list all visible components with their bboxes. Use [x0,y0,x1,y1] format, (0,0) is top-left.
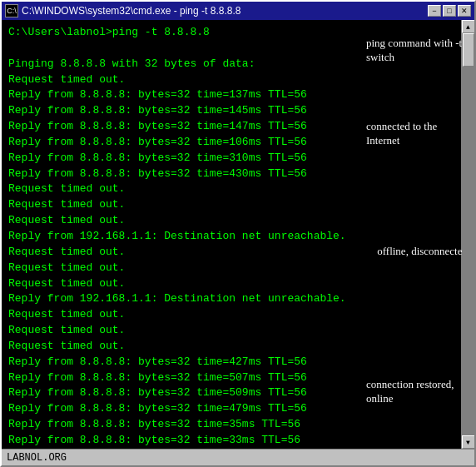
scrollbar-thumb[interactable] [463,33,474,67]
title-bar: C:\ C:\WINDOWS\system32\cmd.exe - ping -… [2,2,474,20]
cmd-window: C:\ C:\WINDOWS\system32\cmd.exe - ping -… [0,0,476,467]
scrollbar-down-button[interactable]: ▼ [462,435,475,449]
scrollbar-up-button[interactable]: ▲ [462,20,475,33]
cmd-icon: C:\ [5,4,18,17]
status-bar: LABNOL.ORG [2,449,474,465]
title-buttons: − □ ✕ [428,5,471,17]
terminal-wrapper: C:\Users\labnol>ping -t 8.8.8.8 Pinging … [2,20,474,449]
title-bar-left: C:\ C:\WINDOWS\system32\cmd.exe - ping -… [5,4,240,17]
title-text: C:\WINDOWS\system32\cmd.exe - ping -t 8.… [22,5,240,17]
minimize-button[interactable]: − [428,5,441,17]
scrollbar-track[interactable] [462,33,474,435]
terminal-output: C:\Users\labnol>ping -t 8.8.8.8 Pinging … [2,20,461,449]
status-text: LABNOL.ORG [7,452,67,464]
close-button[interactable]: ✕ [458,5,471,17]
maximize-button[interactable]: □ [443,5,456,17]
scrollbar[interactable]: ▲ ▼ [461,20,474,449]
